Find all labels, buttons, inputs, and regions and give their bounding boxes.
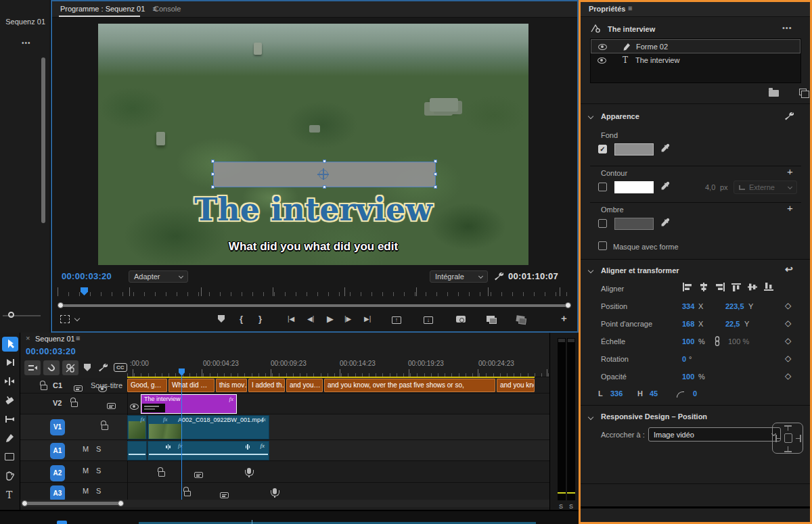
ombre-eyedropper-icon[interactable] xyxy=(660,218,670,227)
transform-collapse-icon[interactable] xyxy=(588,268,593,273)
a3-mic-icon[interactable] xyxy=(273,488,277,494)
layer-visibility-icon[interactable] xyxy=(598,44,607,50)
timeline-ruler[interactable]: :00:00 00:00:04:23 00:00:09:23 00:00:14:… xyxy=(127,358,549,377)
caption-clip[interactable]: I added th… xyxy=(248,379,285,392)
tab-sequenz[interactable]: Sequenz 01 xyxy=(5,18,45,26)
mark-in-button[interactable]: { xyxy=(240,314,243,324)
snap-toggle-button[interactable] xyxy=(43,360,60,375)
new-group-button[interactable] xyxy=(769,90,779,97)
pen-tool[interactable] xyxy=(4,433,16,444)
comparison-view-button[interactable] xyxy=(487,316,495,322)
timeline-hscrollbar[interactable] xyxy=(20,500,549,507)
caption-clip[interactable]: and you kno xyxy=(497,379,535,392)
caption-track-label[interactable]: C1 xyxy=(53,381,62,389)
shape-handle[interactable] xyxy=(434,172,437,176)
responsive-collapse-icon[interactable] xyxy=(588,414,593,420)
snap-to-dropdown[interactable]: Image vidéo xyxy=(648,427,781,442)
go-to-in-button[interactable]: |◀ xyxy=(288,315,294,323)
v1-track-label[interactable]: V1 xyxy=(50,419,65,435)
caption-clip[interactable]: What did … xyxy=(168,379,215,392)
zoom-slider-knob[interactable] xyxy=(8,312,14,318)
scrollbar-knob-left[interactable] xyxy=(22,500,28,506)
contour-style-dropdown[interactable]: Externe xyxy=(734,181,797,194)
align-center-h-button[interactable] xyxy=(698,283,709,291)
layer-row-text[interactable]: T The interview xyxy=(591,53,800,68)
v2-track-label[interactable]: V2 xyxy=(53,399,62,407)
shape-handle[interactable] xyxy=(434,160,437,163)
panel-more-button[interactable]: ••• xyxy=(22,39,31,47)
timeline-timecode[interactable]: 00:00:03:20 xyxy=(26,346,76,356)
razor-tool[interactable] xyxy=(4,395,16,406)
v2-lock-icon[interactable] xyxy=(71,402,78,407)
meter-solo-right[interactable]: S xyxy=(569,503,573,510)
position-y-value[interactable]: 223,5 xyxy=(725,302,744,310)
position-x-value[interactable]: 334 xyxy=(682,302,694,310)
monitor-settings-wrench-icon[interactable] xyxy=(493,271,503,281)
timeline-tab[interactable]: Sequenz 01 xyxy=(35,335,75,343)
meter-solo-left[interactable]: S xyxy=(559,503,563,510)
play-button[interactable]: ▶ xyxy=(327,314,334,324)
rotation-keyframe-icon[interactable]: ◇ xyxy=(785,354,791,363)
caption-track-name[interactable]: Sous-titre xyxy=(91,381,122,389)
go-to-out-button[interactable]: ▶| xyxy=(364,315,371,323)
title-clip[interactable]: The interview fx xyxy=(141,394,237,414)
timeline-tab-close-icon[interactable]: × xyxy=(26,334,30,342)
step-back-button[interactable]: ◀| xyxy=(307,315,314,323)
apparence-collapse-icon[interactable] xyxy=(588,114,593,119)
extract-button[interactable]: ↓ xyxy=(424,316,433,324)
timeline-settings-wrench-icon[interactable] xyxy=(97,362,108,373)
ombre-add-button[interactable]: + xyxy=(787,202,793,214)
rectangle-tool[interactable] xyxy=(5,453,14,460)
scale-link-icon[interactable] xyxy=(713,336,721,346)
monitor-ruler[interactable] xyxy=(58,287,573,297)
caption-patch-icon[interactable] xyxy=(74,385,83,391)
timeline-playhead-line[interactable] xyxy=(181,373,182,505)
mark-out-button[interactable]: } xyxy=(258,314,262,324)
a1-mute-button[interactable]: M xyxy=(83,445,89,453)
linked-selection-button[interactable] xyxy=(62,360,78,375)
monitor-scrollbar[interactable] xyxy=(58,302,573,308)
snap-widget-center[interactable] xyxy=(784,433,792,443)
selection-tool[interactable] xyxy=(2,337,18,352)
a3-mute-button[interactable]: M xyxy=(83,487,89,495)
contour-color-swatch[interactable] xyxy=(614,181,654,193)
a1-track-label[interactable]: A1 xyxy=(50,443,65,459)
add-button[interactable]: + xyxy=(561,312,567,324)
fond-checkbox[interactable]: ✓ xyxy=(598,145,607,153)
playback-zoom-dropdown[interactable]: Intégrale xyxy=(430,270,488,283)
scrollbar-knob-right[interactable] xyxy=(565,302,571,308)
ripple-edit-tool[interactable] xyxy=(4,376,16,387)
caption-clip[interactable]: and you know, over the past five shows o… xyxy=(324,379,495,392)
width-value[interactable]: 336 xyxy=(610,389,623,398)
height-value[interactable]: 45 xyxy=(650,389,658,398)
v2-patch-icon[interactable] xyxy=(107,403,116,409)
audio-clip-short[interactable] xyxy=(127,441,147,460)
monitor-current-timecode[interactable]: 00:00:03:20 xyxy=(62,271,112,281)
export-frame-button[interactable] xyxy=(456,316,466,323)
transform-reset-button[interactable]: ↩ xyxy=(785,264,793,275)
apparence-wrench-icon[interactable] xyxy=(784,111,794,121)
position-keyframe-icon[interactable]: ◇ xyxy=(785,301,791,310)
scrollbar-knob-right[interactable] xyxy=(118,500,124,506)
type-tool[interactable]: T xyxy=(6,490,12,500)
layer-row-forme[interactable]: Forme 02 xyxy=(591,39,800,53)
track-select-forward-tool[interactable] xyxy=(4,357,16,368)
a2-track-label[interactable]: A2 xyxy=(50,465,65,481)
a3-patch-icon[interactable] xyxy=(220,492,229,498)
fond-eyedropper-icon[interactable] xyxy=(660,143,670,153)
layer-visibility-icon[interactable] xyxy=(597,57,606,64)
nest-toggle-button[interactable] xyxy=(24,360,41,375)
contour-add-button[interactable]: + xyxy=(787,166,793,177)
multicam-button[interactable] xyxy=(516,315,525,323)
properties-menu-icon[interactable]: ≡ xyxy=(628,4,632,12)
v2-eye-icon[interactable] xyxy=(130,404,139,410)
title-overlay[interactable]: The interview xyxy=(98,191,528,228)
opacity-keyframe-icon[interactable]: ◇ xyxy=(785,371,791,381)
lift-button[interactable]: ↑ xyxy=(392,316,401,324)
a2-mic-icon[interactable] xyxy=(247,468,251,474)
a2-mute-button[interactable]: M xyxy=(83,467,89,475)
align-center-v-button[interactable] xyxy=(747,283,758,291)
opacity-value[interactable]: 100 xyxy=(682,373,694,381)
a1-solo-button[interactable]: S xyxy=(96,445,101,453)
scale-x-value[interactable]: 100 xyxy=(682,337,694,346)
